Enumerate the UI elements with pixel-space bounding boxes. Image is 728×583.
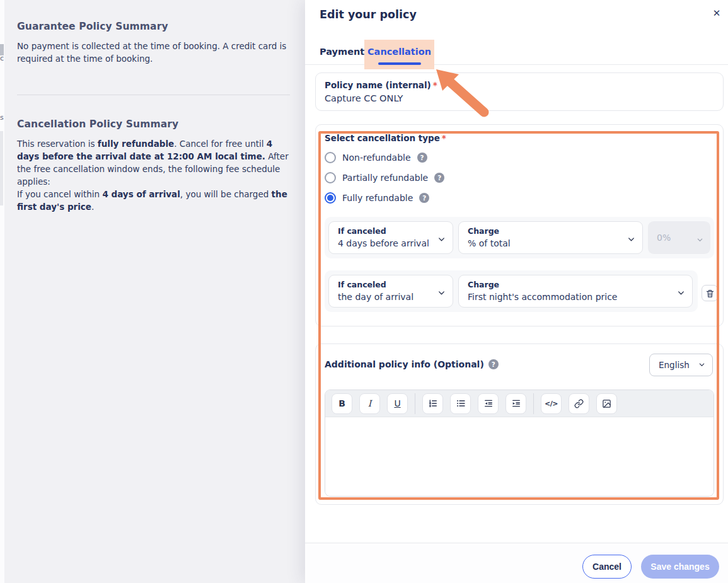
help-icon[interactable]: ? <box>419 193 429 203</box>
help-icon[interactable]: ? <box>488 359 499 369</box>
outdent-icon <box>483 398 494 408</box>
indent-icon <box>511 398 521 408</box>
save-changes-button[interactable]: Save changes <box>641 555 719 579</box>
delete-rule-button[interactable] <box>702 285 718 301</box>
rich-text-editor: B I U </> <box>325 390 714 497</box>
trash-icon <box>705 289 715 298</box>
bullet-list-button[interactable] <box>450 393 471 414</box>
cancellation-summary-body: This reservation is fully refundable. Ca… <box>17 138 290 214</box>
italic-button[interactable]: I <box>359 393 380 414</box>
underline-button[interactable]: U <box>387 393 408 414</box>
required-asterisk: * <box>433 80 437 90</box>
bold-button[interactable]: B <box>332 393 352 414</box>
radio-icon-selected[interactable] <box>325 192 336 204</box>
edit-policy-drawer: Edit your policy ✕ Payment Cancellation … <box>305 0 728 583</box>
summary-divider <box>17 95 290 95</box>
drawer-footer: Cancel Save changes <box>305 543 728 583</box>
charge-select-2[interactable]: Charge First night's accommodation price <box>458 275 693 308</box>
link-button[interactable] <box>569 393 589 414</box>
toolbar-separator <box>533 393 534 414</box>
tab-cancellation[interactable]: Cancellation <box>364 40 434 65</box>
image-button[interactable] <box>596 393 617 414</box>
chevron-down-icon <box>698 360 705 370</box>
guarantee-summary-title: Guarantee Policy Summary <box>17 21 290 32</box>
drawer-title: Edit your policy <box>320 8 417 21</box>
active-tab-underline <box>378 62 421 65</box>
link-icon <box>574 399 584 408</box>
policy-name-field[interactable]: Policy name (internal)* Capture CC ONLY <box>315 72 724 111</box>
cancel-button[interactable]: Cancel <box>582 555 632 579</box>
toolbar-separator <box>415 393 415 414</box>
cancellation-summary-paragraph-1: This reservation is fully refundable. Ca… <box>17 138 290 188</box>
additional-info-label: Additional policy info (Optional) <box>325 359 484 369</box>
radio-option-fully-refundable[interactable]: Fully refundable ? <box>325 192 714 204</box>
tab-bar: Payment Cancellation <box>305 40 728 65</box>
additional-info-label-row: Additional policy info (Optional) ? <box>325 359 499 369</box>
editor-textarea[interactable] <box>325 417 714 497</box>
tab-payment[interactable]: Payment <box>320 40 364 65</box>
help-icon[interactable]: ? <box>434 173 444 183</box>
cancellation-rule-row-2: If canceled the day of arrival Charge Fi… <box>325 270 698 312</box>
charge-select-1[interactable]: Charge % of total <box>458 221 643 254</box>
page-edge-strip: c s <box>0 0 4 583</box>
chevron-down-icon <box>627 234 635 246</box>
page-fragment-text: c <box>0 54 4 62</box>
radio-option-partially-refundable[interactable]: Partially refundable ? <box>325 172 714 183</box>
policy-name-value[interactable]: Capture CC ONLY <box>325 93 714 103</box>
page-fragment-text: s <box>0 113 4 122</box>
policy-summary-panel: Guarantee Policy Summary No payment is c… <box>4 0 305 583</box>
ordered-list-button[interactable] <box>422 393 443 414</box>
if-canceled-select-1[interactable]: If canceled 4 days before arrival <box>328 221 453 254</box>
page-fragment <box>0 131 3 205</box>
radio-icon[interactable] <box>325 172 336 183</box>
cancellation-type-label: Select cancellation type* <box>325 133 714 143</box>
chevron-down-icon <box>677 287 685 299</box>
code-button[interactable]: </> <box>541 393 562 414</box>
language-value: English <box>659 360 690 370</box>
chevron-down-icon <box>437 287 446 299</box>
amount-select-disabled: 0% <box>648 221 710 254</box>
bullet-list-icon <box>456 398 466 408</box>
indent-button[interactable] <box>506 393 526 414</box>
language-select[interactable]: English <box>649 354 713 376</box>
radio-option-non-refundable[interactable]: Non-refundable ? <box>325 152 714 163</box>
cancellation-type-card: Select cancellation type* Non-refundable… <box>315 124 724 326</box>
chevron-down-icon <box>437 234 446 246</box>
chevron-down-icon <box>696 234 703 246</box>
cancellation-rule-row-1: If canceled 4 days before arrival Charge… <box>325 217 714 258</box>
editor-toolbar: B I U </> <box>325 390 714 417</box>
required-asterisk: * <box>442 133 446 143</box>
image-icon <box>602 399 611 408</box>
outdent-button[interactable] <box>478 393 499 414</box>
if-canceled-select-2[interactable]: If canceled the day of arrival <box>328 275 453 308</box>
radio-icon[interactable] <box>325 152 336 163</box>
close-icon[interactable]: ✕ <box>708 5 725 21</box>
policy-name-label: Policy name (internal)* <box>325 80 714 90</box>
ordered-list-icon <box>428 398 438 408</box>
cancellation-summary-title: Cancellation Policy Summary <box>17 118 290 130</box>
additional-info-card: Additional policy info (Optional) ? Engl… <box>315 343 724 505</box>
cancellation-summary-paragraph-2: If you cancel within 4 days of arrival, … <box>17 188 290 214</box>
help-icon[interactable]: ? <box>417 153 427 163</box>
guarantee-summary-body: No payment is collected at the time of b… <box>17 40 290 66</box>
